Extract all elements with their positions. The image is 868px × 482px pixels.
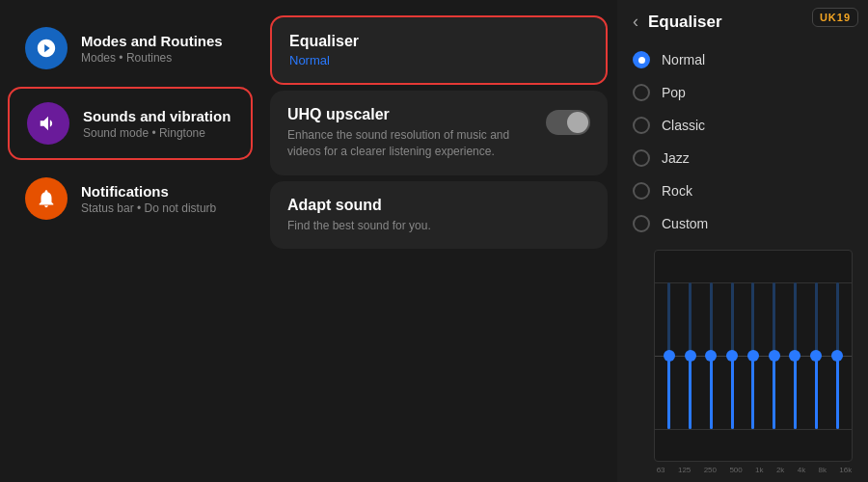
uhq-toggle[interactable] bbox=[546, 110, 590, 135]
sounds-text: Sounds and vibration Sound mode • Ringto… bbox=[83, 108, 231, 140]
modes-title: Modes and Routines bbox=[81, 33, 223, 49]
bar-wrapper-1[interactable] bbox=[689, 251, 692, 461]
freq-2k: 2k bbox=[776, 466, 784, 474]
freq-250: 250 bbox=[704, 466, 717, 474]
uhq-card[interactable]: UHQ upscaler Enhance the sound resolutio… bbox=[270, 91, 608, 175]
uhq-desc: Enhance the sound resolution of music an… bbox=[287, 127, 536, 160]
freq-labels-row: 63 125 250 500 1k 2k 4k 8k 16k bbox=[627, 466, 858, 474]
freq-8k: 8k bbox=[819, 466, 827, 474]
adapt-desc: Find the best sound for you. bbox=[287, 218, 590, 234]
adapt-sound-card[interactable]: Adapt sound Find the best sound for you. bbox=[270, 181, 608, 250]
right-panel: ‹ Equaliser UK19 Normal Pop Classic Jazz bbox=[617, 0, 868, 482]
eq-label-pop: Pop bbox=[662, 85, 686, 100]
eq-label-normal: Normal bbox=[662, 52, 705, 67]
sounds-title: Sounds and vibration bbox=[83, 108, 231, 124]
bar-wrapper-0[interactable] bbox=[667, 251, 670, 461]
uhq-text-block: UHQ upscaler Enhance the sound resolutio… bbox=[287, 106, 546, 160]
eq-option-classic[interactable]: Classic bbox=[617, 109, 868, 142]
back-button[interactable]: ‹ bbox=[633, 12, 638, 32]
sidebar-item-modes[interactable]: Modes and Routines Modes • Routines bbox=[8, 13, 253, 83]
notifications-subtitle: Status bar • Do not disturb bbox=[81, 201, 216, 215]
notifications-icon bbox=[25, 177, 68, 220]
uhq-title: UHQ upscaler bbox=[287, 106, 536, 123]
freq-500: 500 bbox=[729, 466, 742, 474]
freq-1k: 1k bbox=[755, 466, 763, 474]
modes-text: Modes and Routines Modes • Routines bbox=[81, 33, 223, 65]
modes-subtitle: Modes • Routines bbox=[81, 51, 223, 65]
sounds-icon bbox=[27, 102, 69, 145]
eq-option-custom[interactable]: Custom bbox=[617, 207, 868, 240]
logo-badge: UK19 bbox=[812, 8, 858, 27]
eq-label-rock: Rock bbox=[662, 183, 692, 199]
freq-4k: 4k bbox=[798, 466, 805, 474]
bar-wrapper-6[interactable] bbox=[794, 251, 797, 461]
left-panel: Modes and Routines Modes • Routines Soun… bbox=[0, 0, 260, 482]
eq-options-list: Normal Pop Classic Jazz Rock Custom bbox=[617, 40, 868, 244]
equaliser-card-title: Equaliser bbox=[289, 33, 588, 50]
bar-wrapper-2[interactable] bbox=[710, 251, 713, 461]
radio-rock bbox=[633, 182, 650, 200]
bar-wrapper-7[interactable] bbox=[815, 251, 818, 461]
radio-jazz bbox=[633, 149, 650, 167]
bar-wrapper-8[interactable] bbox=[836, 251, 839, 461]
bar-wrapper-5[interactable] bbox=[773, 251, 775, 461]
equaliser-header: ‹ Equaliser UK19 bbox=[617, 0, 868, 40]
equaliser-panel-title: Equaliser bbox=[648, 13, 722, 32]
eq-option-pop[interactable]: Pop bbox=[617, 76, 868, 109]
bar-wrapper-4[interactable] bbox=[751, 251, 754, 461]
adapt-title: Adapt sound bbox=[287, 197, 590, 214]
radio-normal bbox=[633, 51, 650, 68]
notifications-text: Notifications Status bar • Do not distur… bbox=[81, 183, 216, 215]
middle-panel: Equaliser Normal UHQ upscaler Enhance th… bbox=[260, 0, 617, 482]
equaliser-card-subtitle: Normal bbox=[289, 53, 588, 67]
eq-option-rock[interactable]: Rock bbox=[617, 174, 868, 207]
radio-custom bbox=[633, 215, 650, 232]
sidebar-item-sounds[interactable]: Sounds and vibration Sound mode • Ringto… bbox=[8, 87, 253, 160]
modes-icon bbox=[25, 27, 68, 69]
eq-option-jazz[interactable]: Jazz bbox=[617, 142, 868, 174]
eq-option-normal[interactable]: Normal bbox=[617, 43, 868, 76]
freq-16k: 16k bbox=[839, 466, 852, 474]
freq-63: 63 bbox=[657, 466, 665, 474]
sounds-subtitle: Sound mode • Ringtone bbox=[83, 126, 231, 140]
eq-label-custom: Custom bbox=[662, 216, 708, 231]
eq-label-jazz: Jazz bbox=[662, 150, 690, 166]
freq-125: 125 bbox=[678, 466, 691, 474]
eq-label-classic: Classic bbox=[662, 118, 705, 133]
bar-wrapper-3[interactable] bbox=[731, 251, 734, 461]
radio-pop bbox=[633, 84, 650, 101]
equaliser-card[interactable]: Equaliser Normal bbox=[270, 15, 608, 85]
sidebar-item-notifications[interactable]: Notifications Status bar • Do not distur… bbox=[8, 164, 253, 233]
radio-normal-inner bbox=[638, 57, 645, 64]
eq-chart: 10dB 0dB -10dB bbox=[617, 244, 868, 482]
radio-classic bbox=[633, 117, 650, 134]
notifications-title: Notifications bbox=[81, 183, 216, 200]
